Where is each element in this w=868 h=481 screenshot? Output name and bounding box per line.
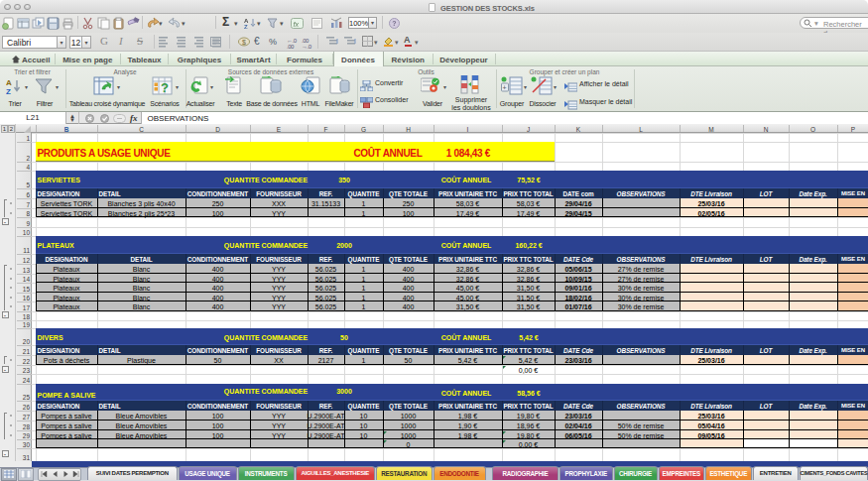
svg-text:Z: Z [244, 24, 248, 30]
svg-text:$: $ [242, 39, 246, 46]
svg-text:?: ? [161, 80, 169, 95]
svg-text:fx: fx [294, 21, 300, 28]
svg-text:+: + [503, 84, 507, 91]
svg-text:?: ? [392, 20, 396, 27]
svg-text:A: A [6, 78, 12, 87]
svg-text:Z: Z [6, 87, 11, 95]
